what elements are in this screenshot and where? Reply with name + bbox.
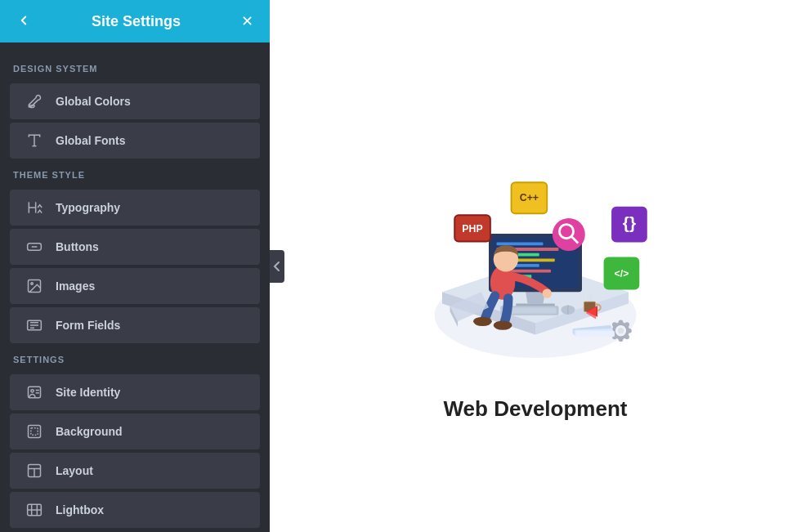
menu-item-lightbox[interactable]: Lightbox (10, 492, 260, 528)
svg-point-70 (627, 329, 632, 333)
svg-text:</>: </> (615, 268, 629, 279)
menu-item-global-fonts[interactable]: Global Fonts (10, 123, 260, 159)
web-dev-illustration: PHP C++ {} </> (380, 110, 691, 388)
svg-rect-15 (29, 426, 41, 438)
button-icon (23, 239, 46, 255)
font-icon (23, 132, 46, 149)
svg-point-48 (473, 317, 492, 326)
menu-item-global-colors[interactable]: Global Colors (10, 83, 260, 119)
svg-rect-16 (31, 428, 38, 435)
section-label-theme-style: THEME STYLE (0, 162, 270, 186)
menu-item-site-identity-label: Site Identity (56, 386, 120, 399)
heading-icon (23, 199, 46, 216)
menu-item-buttons[interactable]: Buttons (10, 229, 260, 265)
menu-item-layout[interactable]: Layout (10, 453, 260, 489)
sidebar-header: Site Settings ✕ (0, 0, 270, 42)
svg-text:C++: C++ (520, 192, 539, 203)
svg-point-67 (619, 320, 624, 324)
menu-item-images[interactable]: Images (10, 268, 260, 304)
sidebar: Site Settings ✕ DESIGN SYSTEM Global Col… (0, 0, 270, 532)
svg-point-49 (494, 320, 512, 329)
menu-item-buttons-label: Buttons (56, 240, 99, 253)
svg-point-71 (612, 322, 617, 327)
svg-point-66 (618, 328, 624, 334)
form-icon (23, 317, 46, 333)
svg-rect-32 (497, 242, 544, 245)
menu-item-form-fields[interactable]: Form Fields (10, 307, 260, 343)
identity-icon (23, 384, 46, 400)
svg-point-72 (624, 335, 629, 340)
collapse-tab[interactable] (270, 250, 284, 283)
lightbox-icon (23, 502, 46, 518)
svg-point-6 (31, 283, 34, 285)
menu-item-form-fields-label: Form Fields (56, 319, 120, 332)
close-button[interactable]: ✕ (238, 11, 257, 32)
svg-text:{}: {} (623, 213, 636, 232)
menu-item-images-label: Images (56, 279, 95, 293)
main-title: Web Development (444, 396, 628, 422)
sidebar-title: Site Settings (34, 13, 238, 30)
sidebar-content: DESIGN SYSTEM Global Colors Global Fonts… (0, 42, 270, 532)
back-button[interactable] (13, 10, 34, 34)
menu-item-global-fonts-label: Global Fonts (56, 134, 126, 147)
svg-rect-58 (553, 218, 585, 251)
svg-point-47 (543, 288, 552, 297)
menu-item-lightbox-label: Lightbox (56, 503, 104, 516)
svg-point-68 (619, 337, 624, 342)
menu-item-global-colors-label: Global Colors (56, 95, 131, 108)
menu-item-typography[interactable]: Typography (10, 190, 260, 226)
menu-item-background[interactable]: Background (10, 414, 260, 449)
background-icon (23, 423, 46, 440)
section-label-design-system: DESIGN SYSTEM (0, 56, 270, 80)
menu-item-site-identity[interactable]: Site Identity (10, 374, 260, 410)
brush-icon (23, 93, 46, 110)
svg-point-12 (31, 390, 34, 392)
svg-text:PHP: PHP (462, 223, 482, 235)
image-icon (23, 278, 46, 294)
svg-point-73 (624, 322, 629, 327)
menu-item-layout-label: Layout (56, 464, 93, 477)
menu-item-background-label: Background (56, 425, 123, 438)
svg-rect-79 (575, 331, 615, 338)
layout-icon (23, 463, 46, 479)
section-label-settings: SETTINGS (0, 346, 270, 371)
main-content: PHP C++ {} </> (270, 0, 801, 532)
menu-item-typography-label: Typography (56, 201, 120, 214)
